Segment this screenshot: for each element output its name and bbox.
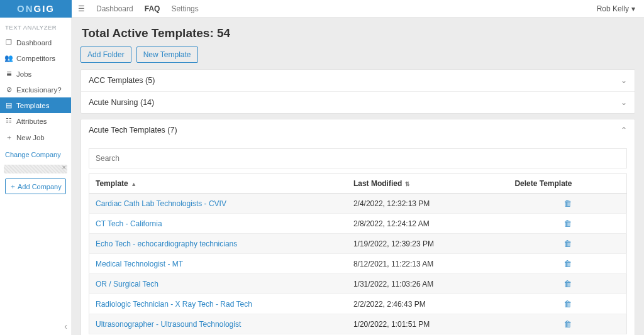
brand-part2: GIG — [33, 3, 55, 14]
table-row: Echo Tech - echocardiography technicians… — [89, 234, 627, 254]
sidebar-item-label: Jobs — [16, 70, 31, 78]
sidebar-item-templates[interactable]: ▤ Templates — [0, 97, 71, 113]
attributes-icon: ☷ — [5, 117, 13, 125]
dashboard-icon: ❐ — [5, 38, 13, 47]
competitors-icon: 👥 — [5, 54, 13, 62]
template-link[interactable]: Medical Technologist - MT — [96, 260, 183, 268]
add-company-label: Add Company — [18, 183, 62, 190]
chevron-up-icon: ⌃ — [621, 126, 627, 135]
last-modified-value: 1/19/2022, 12:39:23 PM — [353, 239, 434, 248]
company-chip[interactable] — [4, 165, 67, 173]
sidebar: TEXT ANALYZER ❐ Dashboard 👥 Competitors … — [0, 18, 72, 335]
sidebar-item-label: Attributes — [16, 118, 47, 125]
table-row: Radiologic Technician - X Ray Tech - Rad… — [89, 294, 627, 314]
page-title: Total Active Templates: 54 — [82, 26, 635, 40]
add-folder-button[interactable]: Add Folder — [80, 47, 131, 63]
sidebar-item-jobs[interactable]: ≣ Jobs — [0, 66, 71, 82]
group-panel-top: ACC Templates (5) ⌄ Acute Nursing (14) ⌄ — [80, 69, 635, 114]
template-link[interactable]: Ultrasonographer - Ultrasound Technologi… — [96, 320, 241, 329]
sidebar-collapse-icon[interactable]: ‹ — [64, 321, 67, 331]
brand-part1: ON — [17, 3, 34, 14]
sidebar-item-new-job[interactable]: ＋ New Job — [0, 129, 71, 146]
template-link[interactable]: CT Tech - California — [96, 219, 162, 228]
search-box — [89, 148, 627, 168]
sidebar-item-attributes[interactable]: ☷ Attributes — [0, 113, 71, 129]
sidebar-item-label: New Job — [16, 134, 45, 141]
table-row: Cardiac Cath Lab Technologists - CVIV2/4… — [89, 194, 627, 214]
template-link[interactable]: Radiologic Technician - X Ray Tech - Rad… — [96, 300, 252, 309]
chevron-down-icon: ⌄ — [621, 98, 627, 107]
last-modified-value: 2/4/2022, 12:32:13 PM — [353, 199, 430, 208]
action-row: Add Folder New Template — [80, 47, 635, 63]
table-row: Medical Technologist - MT8/12/2021, 11:2… — [89, 254, 627, 274]
trash-icon[interactable]: 🗑 — [564, 259, 572, 268]
sidebar-item-label: Competitors — [16, 55, 55, 62]
last-modified-value: 2/2/2022, 2:46:43 PM — [353, 300, 426, 309]
top-nav: ☰ Dashboard FAQ Settings — [72, 4, 597, 13]
last-modified-value: 1/20/2022, 1:01:51 PM — [353, 320, 430, 329]
template-link[interactable]: OR / Surgical Tech — [96, 280, 158, 288]
col-last-modified[interactable]: Last Modified ⇅ — [347, 174, 509, 194]
sidebar-item-exclusionary[interactable]: ⊘ Exclusionary? — [0, 82, 71, 97]
nav-faq[interactable]: FAQ — [145, 4, 160, 13]
trash-icon[interactable]: 🗑 — [564, 319, 572, 329]
topbar: ONGIG ☰ Dashboard FAQ Settings Rob Kelly… — [0, 0, 644, 18]
sidebar-section-title: TEXT ANALYZER — [0, 18, 71, 35]
new-template-button[interactable]: New Template — [136, 47, 198, 63]
templates-table: Template ▲ Last Modified ⇅ Delete Templa… — [89, 173, 627, 334]
sidebar-item-dashboard[interactable]: ❐ Dashboard — [0, 35, 71, 50]
add-company-button[interactable]: ＋Add Company — [5, 178, 66, 194]
sort-asc-icon: ▲ — [130, 181, 136, 187]
trash-icon[interactable]: 🗑 — [564, 299, 572, 309]
group-panel-open: Acute Tech Templates (7) ⌃ Template ▲ La… — [80, 119, 635, 335]
nav-dashboard[interactable]: Dashboard — [96, 4, 133, 13]
last-modified-value: 2/8/2022, 12:24:12 AM — [353, 219, 430, 228]
plus-icon: ＋ — [5, 133, 13, 142]
user-menu[interactable]: Rob Kelly ▾ — [597, 4, 644, 13]
sidebar-item-competitors[interactable]: 👥 Competitors — [0, 50, 71, 66]
sort-icon: ⇅ — [403, 181, 410, 187]
group-header-open[interactable]: Acute Tech Templates (7) ⌃ — [81, 119, 635, 141]
main-content: Total Active Templates: 54 Add Folder Ne… — [72, 18, 644, 335]
caret-down-icon: ▾ — [631, 4, 635, 13]
hamburger-icon[interactable]: ☰ — [78, 4, 85, 13]
group-label: Acute Nursing (14) — [89, 98, 154, 107]
col-delete: Delete Template — [508, 174, 626, 194]
group-header[interactable]: ACC Templates (5) ⌄ — [81, 70, 635, 91]
plus-icon: ＋ — [9, 182, 16, 191]
last-modified-value: 1/31/2022, 11:03:26 AM — [353, 280, 433, 288]
trash-icon[interactable]: 🗑 — [564, 219, 572, 228]
sidebar-item-label: Dashboard — [16, 39, 52, 47]
jobs-icon: ≣ — [5, 70, 13, 78]
nav-settings[interactable]: Settings — [171, 4, 198, 13]
col-template[interactable]: Template ▲ — [89, 174, 347, 194]
search-input[interactable] — [89, 149, 626, 168]
table-row: CT Tech - California2/8/2022, 12:24:12 A… — [89, 214, 627, 234]
change-company-link[interactable]: Change Company — [0, 146, 71, 163]
template-link[interactable]: Cardiac Cath Lab Technologists - CVIV — [96, 199, 226, 208]
group-header[interactable]: Acute Nursing (14) ⌄ — [81, 91, 635, 113]
group-label: Acute Tech Templates (7) — [89, 126, 177, 135]
trash-icon[interactable]: 🗑 — [564, 279, 572, 288]
chevron-down-icon: ⌄ — [621, 76, 627, 85]
exclusionary-icon: ⊘ — [5, 85, 13, 94]
user-name: Rob Kelly — [597, 4, 629, 13]
table-row: OR / Surgical Tech1/31/2022, 11:03:26 AM… — [89, 274, 627, 294]
sidebar-item-label: Exclusionary? — [16, 86, 62, 94]
table-row: Ultrasonographer - Ultrasound Technologi… — [89, 314, 627, 334]
template-link[interactable]: Echo Tech - echocardiography technicians — [96, 239, 237, 248]
sidebar-item-label: Templates — [16, 102, 49, 109]
group-label: ACC Templates (5) — [89, 76, 155, 85]
brand-logo: ONGIG — [0, 0, 72, 18]
trash-icon[interactable]: 🗑 — [564, 199, 572, 208]
trash-icon[interactable]: 🗑 — [564, 239, 572, 248]
templates-icon: ▤ — [5, 101, 13, 109]
last-modified-value: 8/12/2021, 11:22:13 AM — [353, 260, 433, 268]
